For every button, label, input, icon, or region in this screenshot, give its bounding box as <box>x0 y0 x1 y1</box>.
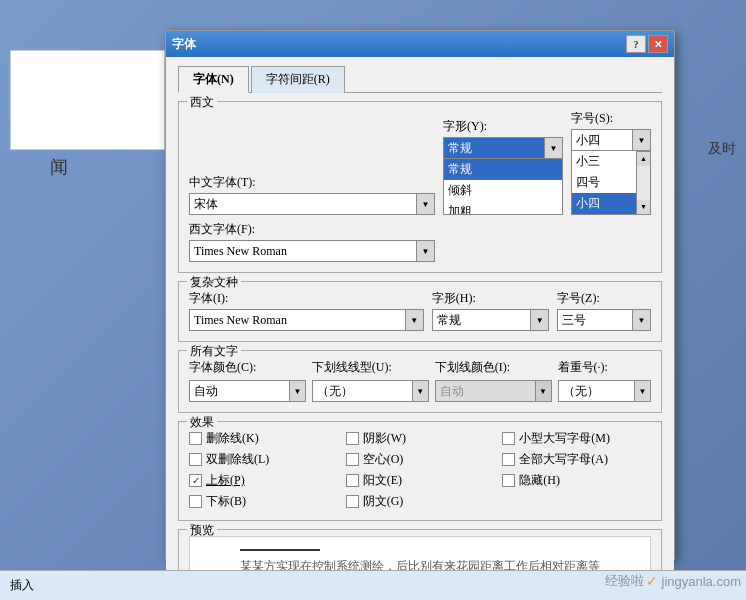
effect-double-strikethrough: 双删除线(L) <box>189 451 338 468</box>
size-listbox[interactable]: 小三 四号 小四 <box>571 151 637 215</box>
style-item-bold[interactable]: 加粗 <box>444 201 562 215</box>
emphasis-arrow[interactable]: ▼ <box>635 380 651 402</box>
all-text-label: 所有文字 <box>187 343 241 360</box>
tab-font[interactable]: 字体(N) <box>178 66 249 93</box>
right-text: 及时 <box>708 140 736 158</box>
dialog-controls: ? ✕ <box>626 35 668 53</box>
size-scrollbar[interactable]: ▲ ▼ <box>637 151 651 215</box>
close-button[interactable]: ✕ <box>648 35 668 53</box>
font-dialog: 字体 ? ✕ 字体(N) 字符间距(R) 西文 <box>165 30 675 560</box>
scroll-up[interactable]: ▲ <box>637 152 650 166</box>
underline-color-arrow: ▼ <box>536 380 552 402</box>
effect-superscript: 上标(P) <box>189 472 338 489</box>
dialog-body: 字体(N) 字符间距(R) 西文 中文字体(T): 宋体 <box>166 57 674 600</box>
size-item-2[interactable]: 四号 <box>572 172 636 193</box>
western-font-arrow[interactable]: ▼ <box>417 240 435 262</box>
complex-row: 字体(I): Times New Roman ▼ 字形(H): 常规 <box>189 290 651 331</box>
small-caps-checkbox[interactable] <box>502 432 515 445</box>
effect-small-caps: 小型大写字母(M) <box>502 430 651 447</box>
underline-select-wrap: （无） ▼ <box>312 380 429 402</box>
hidden-checkbox[interactable] <box>502 474 515 487</box>
emboss-checkbox[interactable] <box>346 474 359 487</box>
effect-subscript: 下标(B) <box>189 493 338 510</box>
superscript-checkbox[interactable] <box>189 474 202 487</box>
western-section: 西文 中文字体(T): 宋体 ▼ <box>178 101 662 273</box>
dialog-titlebar: 字体 ? ✕ <box>166 31 674 57</box>
style-item-italic[interactable]: 倾斜 <box>444 180 562 201</box>
complex-font-select[interactable]: Times New Roman <box>189 309 406 331</box>
subscript-checkbox[interactable] <box>189 495 202 508</box>
size-item-3[interactable]: 小四 <box>572 193 636 214</box>
effects-grid: 删除线(K) 阴影(W) 小型大写字母(M) 双删除线(L) <box>189 430 651 510</box>
size-arrow[interactable]: ▼ <box>633 129 651 151</box>
engrave-checkbox[interactable] <box>346 495 359 508</box>
double-strikethrough-checkbox[interactable] <box>189 453 202 466</box>
underline-color-label: 下划线颜色(I): <box>435 359 552 376</box>
dialog-title: 字体 <box>172 36 196 53</box>
western-font-select-row: Times New Roman ▼ <box>189 240 435 262</box>
strikethrough-checkbox[interactable] <box>189 432 202 445</box>
size-item-1[interactable]: 小三 <box>572 151 636 172</box>
western-label: 西文 <box>187 94 217 111</box>
complex-style-label: 字形(H): <box>432 290 549 307</box>
all-text-section: 所有文字 字体颜色(C): 下划线线型(U): 下划线颜色(I): 着重号(·)… <box>178 350 662 413</box>
style-select[interactable]: 常规 <box>443 137 545 159</box>
all-caps-checkbox[interactable] <box>502 453 515 466</box>
sidebar-text: 闻 <box>50 155 68 179</box>
emphasis-select[interactable]: （无） <box>558 380 635 402</box>
color-select[interactable]: 自动 <box>189 380 290 402</box>
western-font-group: 西文字体(F): Times New Roman ▼ <box>189 221 435 262</box>
complex-style-arrow[interactable]: ▼ <box>531 309 549 331</box>
complex-size-group: 字号(Z): 三号 ▼ <box>557 290 651 331</box>
all-text-labels-row: 字体颜色(C): 下划线线型(U): 下划线颜色(I): 着重号(·): <box>189 359 651 378</box>
style-listbox[interactable]: 常规 倾斜 加粗 <box>443 159 563 215</box>
shadow-checkbox[interactable] <box>346 432 359 445</box>
effect-engrave: 阴文(G) <box>346 493 495 510</box>
complex-size-label: 字号(Z): <box>557 290 651 307</box>
complex-style-group: 字形(H): 常规 ▼ <box>432 290 549 331</box>
scroll-down[interactable]: ▼ <box>637 200 650 214</box>
underline-arrow[interactable]: ▼ <box>413 380 429 402</box>
color-arrow[interactable]: ▼ <box>290 380 306 402</box>
tab-bar: 字体(N) 字符间距(R) <box>178 65 662 93</box>
effects-label: 效果 <box>187 414 217 431</box>
tab-spacing[interactable]: 字符间距(R) <box>251 66 345 93</box>
preview-underline-bar <box>240 549 320 551</box>
help-button[interactable]: ? <box>626 35 646 53</box>
style-input-row: 常规 ▼ <box>443 137 563 159</box>
complex-style-select[interactable]: 常规 <box>432 309 531 331</box>
effect-emboss: 阳文(E) <box>346 472 495 489</box>
effect-hidden: 隐藏(H) <box>502 472 651 489</box>
bottom-bar: 插入 <box>0 570 746 600</box>
size-input[interactable]: 小四 <box>571 129 633 151</box>
western-font-row: 西文字体(F): Times New Roman ▼ <box>189 221 651 262</box>
style-item-normal[interactable]: 常规 <box>444 159 562 180</box>
complex-label: 复杂文种 <box>187 274 241 291</box>
complex-size-select-row: 三号 ▼ <box>557 309 651 331</box>
effect-strikethrough: 删除线(K) <box>189 430 338 447</box>
chinese-font-arrow[interactable]: ▼ <box>417 193 435 215</box>
desktop: 闻 及时 字体 ? ✕ 字体(N) 字符间距(R) 西文 <box>0 0 746 600</box>
chinese-font-select-row: 宋体 ▼ <box>189 193 435 215</box>
underline-label: 下划线线型(U): <box>312 359 429 376</box>
complex-font-select-row: Times New Roman ▼ <box>189 309 424 331</box>
complex-font-label: 字体(I): <box>189 290 424 307</box>
doc-corner <box>10 50 165 150</box>
chinese-font-select[interactable]: 宋体 <box>189 193 417 215</box>
outline-checkbox[interactable] <box>346 453 359 466</box>
effect-outline: 空心(O) <box>346 451 495 468</box>
complex-size-select[interactable]: 三号 <box>557 309 633 331</box>
emphasis-select-wrap: （无） ▼ <box>558 380 651 402</box>
color-select-wrap: 自动 ▼ <box>189 380 306 402</box>
emphasis-label: 着重号(·): <box>558 359 651 376</box>
complex-font-arrow[interactable]: ▼ <box>406 309 424 331</box>
western-font-label: 西文字体(F): <box>189 221 435 238</box>
underline-color-select-wrap: 自动 ▼ <box>435 380 552 402</box>
color-label: 字体颜色(C): <box>189 359 306 376</box>
western-font-select[interactable]: Times New Roman <box>189 240 417 262</box>
underline-select[interactable]: （无） <box>312 380 413 402</box>
style-arrow[interactable]: ▼ <box>545 137 563 159</box>
size-label: 字号(S): <box>571 110 651 127</box>
complex-size-arrow[interactable]: ▼ <box>633 309 651 331</box>
complex-section: 复杂文种 字体(I): Times New Roman ▼ 字形(H): <box>178 281 662 342</box>
